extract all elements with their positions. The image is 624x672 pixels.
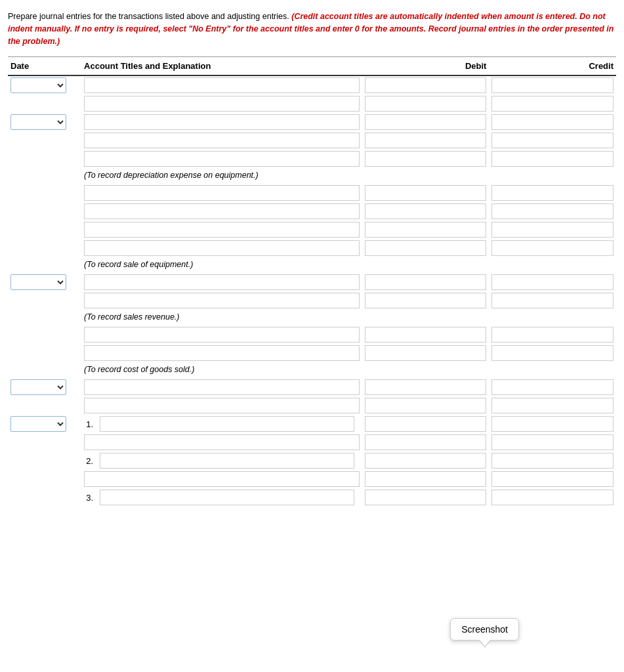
credit-cell-5-1 bbox=[489, 326, 616, 344]
credit-input-3-2[interactable] bbox=[491, 203, 614, 219]
credit-input-8-1[interactable] bbox=[491, 453, 614, 469]
credit-input-7-2[interactable] bbox=[491, 434, 614, 450]
debit-cell-1-2 bbox=[362, 94, 489, 113]
debit-cell-3-1 bbox=[362, 184, 489, 202]
debit-input-3-2[interactable] bbox=[365, 203, 487, 219]
account-input-6-1[interactable] bbox=[84, 379, 360, 395]
debit-input-7-1[interactable] bbox=[365, 416, 487, 432]
debit-input-2-1[interactable] bbox=[365, 114, 487, 130]
debit-cell-4-1 bbox=[362, 273, 489, 291]
credit-input-4-2[interactable] bbox=[491, 293, 614, 308]
credit-input-2-3[interactable] bbox=[491, 151, 614, 167]
note-cogs: (To record cost of goods sold.) bbox=[81, 362, 616, 378]
debit-input-3-1[interactable] bbox=[365, 185, 487, 201]
credit-cell-8-1 bbox=[489, 452, 616, 470]
debit-cell-3-2 bbox=[362, 202, 489, 220]
account-cell-6-2 bbox=[81, 396, 362, 415]
debit-input-8-1[interactable] bbox=[365, 453, 487, 469]
credit-input-8-2[interactable] bbox=[491, 471, 614, 487]
credit-cell-2-1 bbox=[489, 113, 616, 131]
debit-input-8-2[interactable] bbox=[365, 471, 487, 487]
debit-input-2-3[interactable] bbox=[365, 151, 487, 167]
table-row: 2. bbox=[8, 452, 616, 470]
account-input-6-2[interactable] bbox=[84, 398, 360, 413]
account-cell-3-4 bbox=[81, 239, 362, 257]
table-row bbox=[8, 344, 616, 362]
debit-input-4-1[interactable] bbox=[365, 274, 487, 290]
account-input-3-3[interactable] bbox=[84, 222, 360, 238]
account-cell-3-2 bbox=[81, 202, 362, 220]
table-row bbox=[8, 113, 616, 131]
debit-input-5-2[interactable] bbox=[365, 345, 487, 361]
date-select-4[interactable] bbox=[10, 274, 66, 290]
credit-input-9-1[interactable] bbox=[491, 490, 614, 505]
account-input-2-2[interactable] bbox=[84, 133, 360, 148]
account-input-5-2[interactable] bbox=[84, 345, 360, 361]
account-input-7-2[interactable] bbox=[84, 434, 360, 450]
account-input-3-2[interactable] bbox=[84, 203, 360, 219]
account-input-3-4[interactable] bbox=[84, 240, 360, 256]
credit-input-5-2[interactable] bbox=[491, 345, 614, 361]
debit-cell-2-3 bbox=[362, 150, 489, 168]
date-select-1[interactable] bbox=[10, 77, 66, 93]
account-header: Account Titles and Explanation bbox=[81, 57, 362, 76]
credit-input-3-1[interactable] bbox=[491, 185, 614, 201]
credit-input-2-1[interactable] bbox=[491, 114, 614, 130]
date-select-6[interactable] bbox=[10, 379, 66, 395]
debit-input-5-1[interactable] bbox=[365, 327, 487, 343]
credit-input-6-1[interactable] bbox=[491, 379, 614, 395]
credit-input-1-1[interactable] bbox=[491, 77, 614, 93]
date-cell-empty-5 bbox=[8, 326, 81, 344]
numbered-label-1: 1. bbox=[84, 419, 96, 429]
debit-input-9-1[interactable] bbox=[365, 490, 487, 505]
credit-input-1-2[interactable] bbox=[491, 96, 614, 112]
note-date-empty bbox=[8, 168, 81, 184]
account-input-7-1[interactable] bbox=[100, 416, 354, 432]
debit-input-3-4[interactable] bbox=[365, 240, 487, 256]
account-input-4-2[interactable] bbox=[84, 293, 360, 308]
account-cell-2-2 bbox=[81, 131, 362, 150]
credit-input-3-3[interactable] bbox=[491, 222, 614, 238]
debit-input-2-2[interactable] bbox=[365, 133, 487, 148]
date-select-2[interactable] bbox=[10, 114, 66, 130]
date-select-7[interactable] bbox=[10, 416, 66, 432]
account-input-1-2[interactable] bbox=[84, 96, 360, 112]
credit-input-2-2[interactable] bbox=[491, 133, 614, 148]
date-cell-empty-9 bbox=[8, 488, 81, 507]
account-input-3-1[interactable] bbox=[84, 185, 360, 201]
debit-input-1-2[interactable] bbox=[365, 96, 487, 112]
account-input-2-3[interactable] bbox=[84, 151, 360, 167]
account-input-5-1[interactable] bbox=[84, 327, 360, 343]
debit-input-6-1[interactable] bbox=[365, 379, 487, 395]
account-cell-3-1 bbox=[81, 184, 362, 202]
account-cell-5-2 bbox=[81, 344, 362, 362]
credit-input-4-1[interactable] bbox=[491, 274, 614, 290]
account-input-8-1[interactable] bbox=[100, 453, 354, 469]
date-cell-empty-3 bbox=[8, 184, 81, 202]
credit-cell-7-1 bbox=[489, 415, 616, 433]
account-input-9-1[interactable] bbox=[100, 490, 354, 505]
account-input-1-1[interactable] bbox=[84, 77, 360, 93]
credit-cell-4-1 bbox=[489, 273, 616, 291]
journal-table: Date Account Titles and Explanation Debi… bbox=[8, 56, 616, 507]
account-input-8-2[interactable] bbox=[84, 471, 360, 487]
debit-input-4-2[interactable] bbox=[365, 293, 487, 308]
credit-input-5-1[interactable] bbox=[491, 327, 614, 343]
account-input-2-1[interactable] bbox=[84, 114, 360, 130]
debit-input-1-1[interactable] bbox=[365, 77, 487, 93]
numbered-label-2: 2. bbox=[84, 456, 96, 466]
credit-cell-1-1 bbox=[489, 75, 616, 94]
account-cell-3-3 bbox=[81, 220, 362, 239]
credit-input-7-1[interactable] bbox=[491, 416, 614, 432]
debit-input-6-2[interactable] bbox=[365, 398, 487, 413]
date-cell-7 bbox=[8, 415, 81, 433]
credit-input-3-4[interactable] bbox=[491, 240, 614, 256]
credit-header: Credit bbox=[489, 57, 616, 76]
credit-cell-3-2 bbox=[489, 202, 616, 220]
debit-input-7-2[interactable] bbox=[365, 434, 487, 450]
debit-cell-2-1 bbox=[362, 113, 489, 131]
credit-input-6-2[interactable] bbox=[491, 398, 614, 413]
debit-input-3-3[interactable] bbox=[365, 222, 487, 238]
account-input-4-1[interactable] bbox=[84, 274, 360, 290]
note-row-cogs: (To record cost of goods sold.) bbox=[8, 362, 616, 378]
